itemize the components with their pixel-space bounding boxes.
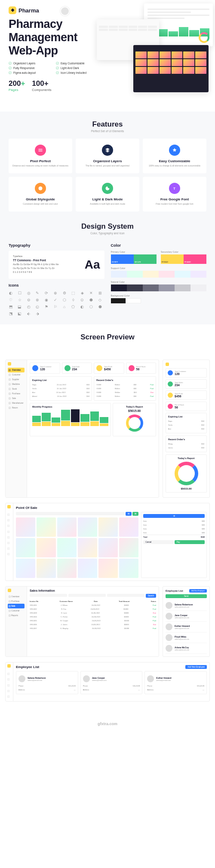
mobile-employee-preview: Employee List Add New Employee Send Sele… bbox=[163, 586, 210, 657]
section-title: Features bbox=[9, 120, 206, 129]
preview-header: Screen Preview bbox=[0, 324, 215, 351]
features-section: Features Perfect Set of UI Elements Pixe… bbox=[0, 112, 215, 220]
svg-rect-7 bbox=[39, 150, 43, 151]
feature-card: TFree Google FontFree modern font Inter … bbox=[143, 177, 206, 212]
hero-mockups bbox=[90, 0, 215, 107]
feature-card: Pixel PerfectDistance and measure using … bbox=[9, 139, 72, 173]
employee-list-preview: ◫◫◫◫◫ Employee List Add New Employee Sel… bbox=[5, 662, 210, 702]
feature-card: Global StyleguideConsistent design with … bbox=[9, 177, 72, 212]
dashboard-preview: ◫ Overview ◫ Customer ◫ Supplier ◫ Medic… bbox=[5, 360, 159, 498]
font-icon: T bbox=[169, 183, 180, 194]
svg-text:T: T bbox=[173, 187, 175, 191]
pixel-icon bbox=[35, 145, 46, 156]
feature-card: Light & Dark ModeAvailable in both light… bbox=[76, 177, 139, 212]
layers-icon bbox=[102, 145, 113, 156]
svg-point-9 bbox=[39, 187, 43, 191]
design-system-section: Design System Color, Typography and Icon bbox=[0, 220, 215, 243]
design-system-grid: Typography Typeface TT Commons - Free Fo… bbox=[0, 243, 215, 324]
user-avatar bbox=[60, 6, 70, 16]
typography-card: Typeface TT Commons - Free Font Aa Bb Cc… bbox=[9, 251, 104, 279]
svg-rect-6 bbox=[39, 149, 43, 149]
feature-card: Organized LayersThe file is named, group… bbox=[76, 139, 139, 173]
brand-name: Pharma bbox=[18, 7, 39, 14]
hero-section: Pharma Pharmacy Management Web-App Organ… bbox=[0, 0, 215, 112]
styleguide-icon bbox=[35, 183, 46, 194]
pos-preview: ◫◫◫◫◫◫◫◫ Point Of Sale ⊞⊞ bbox=[5, 503, 210, 581]
screen-previews: ◫ Overview ◫ Customer ◫ Supplier ◫ Medic… bbox=[0, 351, 215, 715]
feature-card: Easy Customizable100% easy to change & a… bbox=[143, 139, 206, 173]
mode-icon bbox=[102, 183, 113, 194]
icons-grid: ◐☐◎✎⟳⊕⚙⬚◈✕⊞ ♡☆⊖⊗◉✓⬡◊⊙⬢◇ ⬒⬓◴◵⚑⚐⌂⬠◐⬡⬣ ⬔⬕⬖⬗ bbox=[9, 291, 104, 316]
mobile-dashboard-preview: Total Customer120 Total Sales234 Total P… bbox=[163, 360, 210, 498]
sales-preview: ◫ Overview ◫ Purchase ◫ Sale ◫ Customer … bbox=[5, 586, 159, 657]
feature-checklist: Organized Layers Easy Customizable Fully… bbox=[9, 62, 99, 74]
footer-watermark: gfxtra.com bbox=[0, 715, 215, 732]
logo-icon bbox=[9, 6, 16, 14]
svg-rect-8 bbox=[39, 151, 43, 151]
customize-icon bbox=[169, 145, 180, 156]
